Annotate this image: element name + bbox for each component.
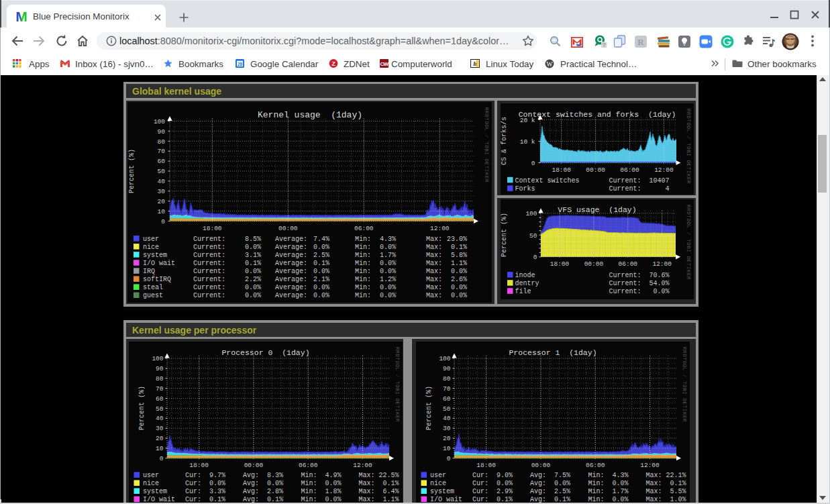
svg-text:0.0%: 0.0% (654, 288, 670, 295)
svg-text:06:00: 06:00 (354, 225, 374, 232)
svg-text:90: 90 (443, 365, 451, 372)
svg-text:0.0%: 0.0% (380, 284, 396, 291)
svg-text:CS & forks/s: CS & forks/s (501, 117, 508, 165)
svg-text:user: user (143, 236, 159, 243)
svg-text:Current:: Current: (193, 260, 225, 267)
svg-text:1.1%: 1.1% (451, 260, 467, 267)
svg-text:Average:: Average: (275, 268, 307, 275)
svg-text:Max:: Max: (359, 472, 375, 479)
svg-text:7.4%: 7.4% (313, 236, 329, 243)
svg-text:3.1%: 3.1% (245, 252, 261, 259)
svg-text:0: 0 (161, 218, 165, 225)
svg-text:Current:: Current: (193, 252, 225, 259)
svg-text:Context switches: Context switches (515, 177, 580, 185)
svg-text:Current:: Current: (193, 244, 225, 251)
svg-text:Max:: Max: (426, 260, 442, 267)
svg-text:5.5%: 5.5% (670, 488, 686, 495)
svg-text:Min:: Min: (355, 244, 371, 251)
svg-text:4.3%: 4.3% (612, 472, 628, 479)
svg-text:Cur:: Cur: (472, 488, 488, 495)
svg-text:80: 80 (158, 138, 166, 146)
svg-text:0.0%: 0.0% (209, 480, 225, 487)
svg-text:80: 80 (443, 375, 451, 383)
svg-text:Min:: Min: (588, 480, 605, 487)
svg-text:Processor 0 (1day): Processor 0 (1day) (221, 348, 309, 357)
svg-text:0.0%: 0.0% (245, 284, 261, 291)
svg-text:Avg:: Avg: (243, 472, 259, 479)
svg-text:Avg:: Avg: (530, 472, 546, 479)
svg-text:18:00: 18:00 (476, 462, 496, 469)
svg-text:23.0%: 23.0% (447, 236, 467, 243)
svg-text:Max:: Max: (426, 252, 442, 259)
svg-text:Min:: Min: (355, 292, 371, 299)
svg-text:Cur:: Cur: (185, 488, 201, 495)
svg-text:inode: inode (515, 272, 535, 279)
svg-text:0.0%: 0.0% (313, 268, 329, 275)
svg-text:2.8%: 2.8% (267, 488, 283, 495)
svg-text:2.1%: 2.1% (313, 276, 329, 283)
svg-text:60: 60 (156, 395, 164, 403)
svg-text:M: M (15, 9, 28, 23)
svg-text:W: W (546, 60, 553, 68)
svg-text:Context switches and forks (1: Context switches and forks (1day) (519, 110, 676, 119)
svg-text:nice: nice (430, 480, 446, 487)
svg-text:00:00: 00:00 (586, 166, 605, 174)
svg-text:Min:: Min: (355, 260, 371, 267)
svg-text:steal: steal (143, 284, 163, 291)
svg-text:Avg:: Avg: (530, 488, 546, 495)
svg-text:Current:: Current: (193, 276, 225, 283)
svg-text:Kernel usage (1day): Kernel usage (1day) (258, 110, 362, 120)
svg-text:Max:: Max: (426, 292, 442, 299)
svg-text:0.0%: 0.0% (313, 244, 329, 251)
svg-text:Min:: Min: (301, 472, 317, 479)
svg-text:guest: guest (143, 292, 163, 299)
svg-text:30: 30 (156, 425, 164, 432)
svg-text:18:00: 18:00 (189, 462, 209, 469)
svg-text:Min:: Min: (355, 268, 371, 275)
svg-text:Max:: Max: (426, 236, 442, 243)
svg-text:1.8%: 1.8% (325, 488, 341, 495)
svg-text:9.7%: 9.7% (209, 472, 225, 479)
svg-text:softIRQ: softIRQ (143, 276, 171, 283)
svg-text:Cur:: Cur: (472, 480, 488, 487)
svg-text:Max:: Max: (359, 488, 375, 495)
svg-text:0.1%: 0.1% (382, 480, 399, 487)
svg-text:20: 20 (156, 435, 164, 442)
svg-text:1.7%: 1.7% (612, 488, 628, 495)
svg-text:Max:: Max: (426, 244, 442, 251)
svg-text:28: 28 (238, 62, 243, 66)
svg-text:Min:: Min: (301, 488, 317, 495)
svg-text:0.1%: 0.1% (245, 260, 261, 267)
svg-text:22.5%: 22.5% (378, 472, 399, 479)
svg-text:nice: nice (143, 244, 159, 251)
svg-text:0.0%: 0.0% (245, 244, 261, 251)
svg-text:18:00: 18:00 (550, 260, 570, 268)
svg-text:Avg:: Avg: (530, 480, 546, 487)
svg-text:2.2%: 2.2% (245, 276, 261, 283)
svg-text:5.8%: 5.8% (451, 252, 467, 259)
svg-text:user: user (143, 472, 159, 479)
svg-text:Current:: Current: (609, 185, 641, 193)
svg-text:Current:: Current: (609, 280, 641, 287)
svg-text:Min:: Min: (355, 236, 371, 243)
svg-text:Current:: Current: (193, 268, 225, 275)
svg-text:Max:: Max: (646, 480, 662, 487)
svg-text:0.0%: 0.0% (380, 244, 396, 251)
svg-text:2.5%: 2.5% (313, 252, 329, 259)
svg-text:10407: 10407 (650, 177, 670, 185)
svg-text:RRDTOOL / TOBI OETIKER: RRDTOOL / TOBI OETIKER (682, 347, 687, 422)
svg-text:70: 70 (156, 385, 164, 393)
svg-text:IRQ: IRQ (143, 268, 155, 275)
svg-text:0.0%: 0.0% (612, 480, 628, 487)
svg-text:Min:: Min: (301, 480, 317, 487)
svg-text:Min:: Min: (355, 252, 371, 259)
svg-text:1.7%: 1.7% (380, 252, 396, 259)
svg-text:30: 30 (443, 425, 451, 432)
svg-text:Max:: Max: (426, 276, 442, 283)
svg-text:Max:: Max: (426, 268, 442, 275)
svg-text:system: system (143, 488, 167, 495)
svg-text:0.1%: 0.1% (313, 260, 329, 267)
svg-text:Current:: Current: (609, 288, 641, 295)
svg-text:dentry: dentry (515, 280, 539, 287)
svg-text:Min:: Min: (355, 284, 371, 291)
